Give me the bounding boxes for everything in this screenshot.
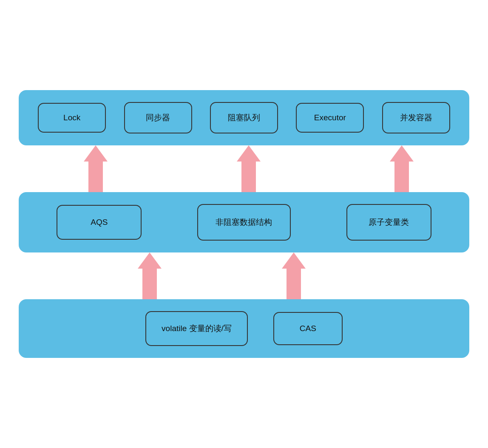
arrow-left-1	[84, 145, 108, 192]
arrow-head	[237, 145, 261, 162]
arrow-shaft	[142, 269, 157, 299]
arrow-shaft	[287, 269, 301, 299]
box-executor: Executor	[296, 103, 364, 133]
arrow-right-2	[282, 252, 306, 299]
box-aqs: AQS	[57, 205, 142, 240]
bot-layer: volatile 变量的读/写 CAS	[19, 299, 469, 358]
top-layer: Lock 同步器 阻塞队列 Executor 并发容器	[19, 90, 469, 145]
arrow-head	[390, 145, 414, 162]
mid-layer: AQS 非阻塞数据结构 原子变量类	[19, 192, 469, 252]
box-blocking-queue: 阻塞队列	[210, 102, 278, 133]
arrow-shaft	[394, 162, 409, 192]
box-non-blocking: 非阻塞数据结构	[197, 204, 291, 241]
arrow-shaft	[88, 162, 103, 192]
box-lock: Lock	[38, 103, 106, 133]
bot-layer-content: volatile 变量的读/写 CAS	[32, 311, 456, 346]
arrow-shaft	[241, 162, 256, 192]
arrow-right-1	[390, 145, 414, 192]
mid-layer-content: AQS 非阻塞数据结构 原子变量类	[32, 204, 456, 241]
box-synchronizer: 同步器	[124, 102, 192, 133]
arrow-left-2	[138, 252, 162, 299]
arrow-head	[84, 145, 108, 162]
arrows-row-2	[19, 252, 469, 299]
box-volatile: volatile 变量的读/写	[145, 311, 248, 346]
top-layer-content: Lock 同步器 阻塞队列 Executor 并发容器	[32, 102, 456, 133]
arrow-head	[138, 252, 162, 269]
arrow-head	[282, 252, 306, 269]
arrows-row-1	[19, 145, 469, 192]
box-cas: CAS	[273, 312, 343, 345]
box-concurrent-container: 并发容器	[382, 102, 450, 133]
diagram: Lock 同步器 阻塞队列 Executor 并发容器 AQS 非阻塞数据结构 …	[19, 90, 469, 358]
arrow-center-1	[237, 145, 261, 192]
box-atomic: 原子变量类	[346, 204, 431, 241]
